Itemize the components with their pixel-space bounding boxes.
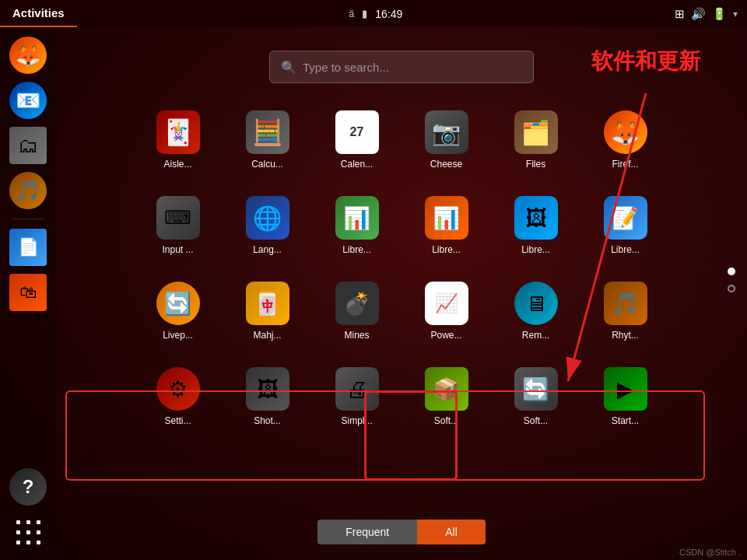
app-aisle[interactable]: 🃏 Aisle... [133, 97, 223, 183]
app-label-rhythmbox: Rhyt... [612, 330, 639, 341]
grid-dot [16, 541, 20, 544]
app-label-libre-impress: Libre... [432, 244, 461, 255]
app-label-software-update: Soft... [524, 415, 548, 426]
app-label-files: Files [526, 159, 545, 170]
grid-dot [16, 530, 20, 534]
app-remmina[interactable]: 🖥 Rem... [491, 268, 580, 354]
app-label-calendar: Calen... [341, 159, 373, 170]
grid-dot [37, 530, 40, 534]
search-icon: 🔍 [281, 60, 296, 75]
app-label-power: Powe... [430, 330, 461, 341]
topbar-icons: ⊞ 🔊 🔋 ▾ [675, 7, 747, 21]
app-software-center[interactable]: 📦 Soft... [402, 354, 491, 439]
dock-item-files[interactable]: 🗂 [8, 125, 48, 166]
app-libre-calc[interactable]: 📊 Libre... [312, 183, 402, 268]
system-menu-chevron[interactable]: ▾ [733, 9, 738, 19]
dock-show-apps[interactable] [8, 512, 48, 552]
app-label-firefox: Firef... [612, 159, 638, 170]
app-label-libre-draw: Libre... [521, 244, 550, 255]
app-icon-libre-calc: 📊 [335, 196, 379, 240]
topbar: Activities ä ▮ 16:49 ⊞ 🔊 🔋 ▾ [0, 0, 747, 27]
app-label-mahjongg: Mahj... [253, 330, 281, 341]
app-livepatch[interactable]: 🔄 Livep... [133, 268, 223, 354]
tab-frequent[interactable]: Frequent [317, 520, 417, 544]
dock-item-writer[interactable]: 📄 [8, 227, 48, 268]
app-calc[interactable]: 🧮 Calcu... [223, 97, 312, 183]
app-icon-libre-draw: 🖼 [514, 196, 558, 240]
app-label-input: Input ... [162, 244, 193, 255]
app-icon-mines: 💣 [335, 282, 379, 325]
dock-item-rhythmbox[interactable]: 🎵 [8, 170, 48, 211]
app-icon-libre-writer: 📝 [604, 196, 647, 240]
app-rhythmbox[interactable]: 🎵 Rhyt... [580, 268, 670, 354]
app-lang[interactable]: 🌐 Lang... [223, 183, 312, 268]
app-cheese[interactable]: 📷 Cheese [402, 97, 491, 183]
topbar-char: ä [349, 9, 354, 19]
topbar-battery-indicator: ▮ [362, 8, 367, 19]
battery-icon[interactable]: 🔋 [712, 7, 727, 21]
app-icon-cheese: 📷 [425, 110, 468, 154]
tab-all[interactable]: All [417, 520, 486, 544]
app-label-lang: Lang... [253, 244, 282, 255]
app-label-remmina: Rem... [522, 330, 549, 341]
app-files[interactable]: 🗂️ Files [491, 97, 580, 183]
annotation-text: 软件和更新 [591, 47, 700, 76]
app-firefox[interactable]: 🦊 Firef... [580, 97, 670, 183]
app-shotwell[interactable]: 🖼 Shot... [223, 354, 312, 439]
app-icon-libre-impress: 📊 [425, 196, 468, 240]
app-libre-draw[interactable]: 🖼 Libre... [491, 183, 580, 268]
app-icon-calendar: 27 [335, 110, 379, 154]
app-label-libre-calc: Libre... [342, 244, 371, 255]
app-icon-power: 📈 [425, 282, 468, 325]
app-icon-input: ⌨ [156, 196, 200, 240]
app-icon-settings: ⚙ [156, 367, 200, 411]
app-label-startup: Start... [612, 415, 639, 426]
app-libre-impress[interactable]: 📊 Libre... [402, 183, 491, 268]
app-libre-writer[interactable]: 📝 Libre... [580, 183, 670, 268]
search-bar: 🔍 [269, 51, 534, 83]
app-label-settings: Setti... [164, 415, 191, 426]
app-label-software-center: Soft... [434, 415, 458, 426]
dock-item-software[interactable]: 🛍 [8, 272, 48, 313]
activities-label: Activities [12, 6, 65, 19]
dock-item-thunderbird[interactable]: 📧 [8, 80, 48, 121]
app-input[interactable]: ⌨ Input ... [133, 183, 223, 268]
main-content: 🔍 🃏 Aisle... 🧮 Calcu... 27 Calen... 📷 Ch… [56, 27, 747, 560]
grid-dot [26, 541, 30, 544]
app-calendar[interactable]: 27 Calen... [312, 97, 402, 183]
dock: 🦊 📧 🗂 🎵 📄 🛍 ? [0, 27, 56, 560]
network-icon[interactable]: ⊞ [675, 7, 685, 21]
app-icon-files: 🗂️ [514, 110, 558, 154]
app-label-aisle: Aisle... [163, 159, 191, 170]
app-icon-aisle: 🃏 [156, 110, 200, 154]
app-settings[interactable]: ⚙ Setti... [133, 354, 223, 439]
app-icon-lang: 🌐 [246, 196, 289, 240]
app-startup[interactable]: ▶ Start... [580, 354, 670, 439]
app-icon-simple-scan: 🖨 [335, 367, 379, 411]
app-software-update[interactable]: 🔄 Soft... [491, 354, 580, 439]
topbar-center: ä ▮ 16:49 [77, 8, 675, 20]
sound-icon[interactable]: 🔊 [691, 7, 706, 21]
search-input[interactable] [303, 61, 522, 74]
dock-item-firefox[interactable]: 🦊 [8, 35, 48, 75]
bottom-tabs: Frequent All [56, 520, 747, 544]
app-icon-software-update: 🔄 [514, 367, 558, 411]
app-icon-startup: ▶ [604, 367, 647, 411]
app-label-libre-writer: Libre... [611, 244, 640, 255]
topbar-clock: 16:49 [375, 8, 402, 20]
app-mines[interactable]: 💣 Mines [312, 268, 402, 354]
app-icon-calc: 🧮 [246, 110, 289, 154]
app-label-mines: Mines [344, 330, 369, 341]
app-label-cheese: Cheese [430, 159, 462, 170]
app-icon-mahjongg: 🀄 [246, 282, 289, 325]
app-icon-remmina: 🖥 [514, 282, 558, 325]
grid-dot [16, 520, 20, 524]
activities-button[interactable]: Activities [0, 0, 77, 27]
app-simple-scan[interactable]: 🖨 Simpl... [312, 354, 402, 439]
app-label-shotwell: Shot... [254, 415, 281, 426]
app-power[interactable]: 📈 Powe... [402, 268, 491, 354]
grid-dot [26, 530, 30, 534]
app-mahjongg[interactable]: 🀄 Mahj... [223, 268, 312, 354]
dock-item-help[interactable]: ? [8, 467, 48, 507]
app-icon-rhythmbox: 🎵 [604, 282, 647, 325]
